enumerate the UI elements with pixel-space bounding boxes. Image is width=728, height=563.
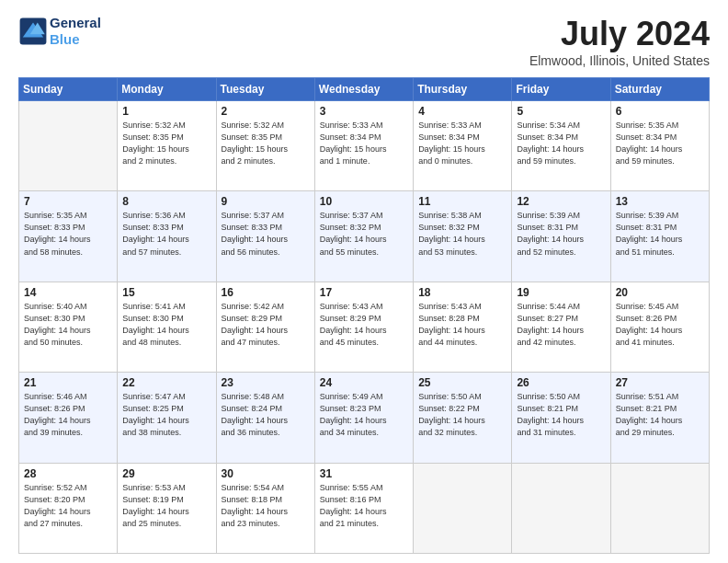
- day-number: 28: [24, 467, 112, 480]
- calendar-cell: 29Sunrise: 5:53 AM Sunset: 8:19 PM Dayli…: [118, 463, 216, 553]
- col-header-monday: Monday: [118, 78, 216, 101]
- day-number: 6: [616, 105, 704, 118]
- day-info: Sunrise: 5:53 AM Sunset: 8:19 PM Dayligh…: [122, 482, 210, 530]
- calendar-cell: 31Sunrise: 5:55 AM Sunset: 8:16 PM Dayli…: [314, 463, 413, 553]
- day-info: Sunrise: 5:54 AM Sunset: 8:18 PM Dayligh…: [222, 482, 310, 530]
- calendar-cell: 25Sunrise: 5:50 AM Sunset: 8:22 PM Dayli…: [414, 373, 512, 463]
- day-number: 27: [616, 376, 704, 389]
- day-info: Sunrise: 5:42 AM Sunset: 8:29 PM Dayligh…: [222, 301, 310, 349]
- day-number: 24: [320, 376, 408, 389]
- calendar-cell: 26Sunrise: 5:50 AM Sunset: 8:21 PM Dayli…: [512, 373, 610, 463]
- calendar-cell: 17Sunrise: 5:43 AM Sunset: 8:29 PM Dayli…: [314, 282, 413, 372]
- day-info: Sunrise: 5:33 AM Sunset: 8:34 PM Dayligh…: [418, 120, 506, 167]
- day-number: 31: [320, 467, 408, 480]
- day-info: Sunrise: 5:44 AM Sunset: 8:27 PM Dayligh…: [517, 301, 605, 349]
- day-number: 29: [122, 467, 210, 480]
- calendar-cell: 13Sunrise: 5:39 AM Sunset: 8:31 PM Dayli…: [610, 191, 709, 282]
- calendar-cell: 2Sunrise: 5:32 AM Sunset: 8:35 PM Daylig…: [216, 101, 314, 191]
- calendar-cell: 22Sunrise: 5:47 AM Sunset: 8:25 PM Dayli…: [118, 373, 216, 463]
- logo: General Blue: [18, 15, 101, 48]
- calendar-cell: 28Sunrise: 5:52 AM Sunset: 8:20 PM Dayli…: [19, 463, 118, 553]
- col-header-wednesday: Wednesday: [314, 78, 413, 101]
- day-info: Sunrise: 5:35 AM Sunset: 8:34 PM Dayligh…: [616, 120, 704, 167]
- logo-line1: General: [50, 15, 101, 31]
- page: General Blue July 2024 Elmwood, Illinois…: [0, 0, 728, 563]
- col-header-saturday: Saturday: [610, 78, 709, 101]
- day-info: Sunrise: 5:50 AM Sunset: 8:21 PM Dayligh…: [517, 391, 605, 439]
- day-number: 5: [517, 105, 605, 118]
- calendar-cell: 1Sunrise: 5:32 AM Sunset: 8:35 PM Daylig…: [118, 101, 216, 191]
- calendar-cell: 12Sunrise: 5:39 AM Sunset: 8:31 PM Dayli…: [512, 191, 610, 282]
- calendar-cell: 15Sunrise: 5:41 AM Sunset: 8:30 PM Dayli…: [118, 282, 216, 372]
- calendar-cell: 11Sunrise: 5:38 AM Sunset: 8:32 PM Dayli…: [414, 191, 512, 282]
- calendar-cell: 4Sunrise: 5:33 AM Sunset: 8:34 PM Daylig…: [414, 101, 512, 191]
- calendar-week-3: 14Sunrise: 5:40 AM Sunset: 8:30 PM Dayli…: [19, 282, 710, 372]
- day-number: 9: [222, 195, 310, 208]
- day-info: Sunrise: 5:48 AM Sunset: 8:24 PM Dayligh…: [222, 391, 310, 439]
- day-info: Sunrise: 5:49 AM Sunset: 8:23 PM Dayligh…: [320, 391, 408, 439]
- calendar-cell: 20Sunrise: 5:45 AM Sunset: 8:26 PM Dayli…: [610, 282, 709, 372]
- day-number: 11: [418, 195, 506, 208]
- calendar-cell: 16Sunrise: 5:42 AM Sunset: 8:29 PM Dayli…: [216, 282, 314, 372]
- calendar-cell: 19Sunrise: 5:44 AM Sunset: 8:27 PM Dayli…: [512, 282, 610, 372]
- calendar-cell: 3Sunrise: 5:33 AM Sunset: 8:34 PM Daylig…: [314, 101, 413, 191]
- day-number: 26: [517, 376, 605, 389]
- day-number: 23: [222, 376, 310, 389]
- calendar-week-1: 1Sunrise: 5:32 AM Sunset: 8:35 PM Daylig…: [19, 101, 710, 191]
- day-number: 4: [418, 105, 506, 118]
- day-number: 21: [24, 376, 112, 389]
- col-header-thursday: Thursday: [414, 78, 512, 101]
- header: General Blue July 2024 Elmwood, Illinois…: [18, 15, 710, 68]
- day-number: 16: [222, 286, 310, 299]
- day-number: 15: [122, 286, 210, 299]
- calendar-cell: 6Sunrise: 5:35 AM Sunset: 8:34 PM Daylig…: [610, 101, 709, 191]
- day-info: Sunrise: 5:39 AM Sunset: 8:31 PM Dayligh…: [616, 210, 704, 258]
- day-info: Sunrise: 5:35 AM Sunset: 8:33 PM Dayligh…: [24, 210, 112, 258]
- day-info: Sunrise: 5:32 AM Sunset: 8:35 PM Dayligh…: [122, 120, 210, 167]
- calendar-week-2: 7Sunrise: 5:35 AM Sunset: 8:33 PM Daylig…: [19, 191, 710, 282]
- col-header-friday: Friday: [512, 78, 610, 101]
- day-info: Sunrise: 5:33 AM Sunset: 8:34 PM Dayligh…: [320, 120, 408, 167]
- calendar-cell: 24Sunrise: 5:49 AM Sunset: 8:23 PM Dayli…: [314, 373, 413, 463]
- calendar-cell: [414, 463, 512, 553]
- day-info: Sunrise: 5:45 AM Sunset: 8:26 PM Dayligh…: [616, 301, 704, 349]
- col-header-tuesday: Tuesday: [216, 78, 314, 101]
- day-number: 25: [418, 376, 506, 389]
- calendar-cell: 21Sunrise: 5:46 AM Sunset: 8:26 PM Dayli…: [19, 373, 118, 463]
- col-header-sunday: Sunday: [19, 78, 118, 101]
- calendar-cell: 5Sunrise: 5:34 AM Sunset: 8:34 PM Daylig…: [512, 101, 610, 191]
- day-number: 20: [616, 286, 704, 299]
- calendar-table: SundayMondayTuesdayWednesdayThursdayFrid…: [18, 77, 710, 554]
- calendar-cell: 18Sunrise: 5:43 AM Sunset: 8:28 PM Dayli…: [414, 282, 512, 372]
- day-number: 30: [222, 467, 310, 480]
- day-info: Sunrise: 5:50 AM Sunset: 8:22 PM Dayligh…: [418, 391, 506, 439]
- logo-text: General Blue: [50, 15, 101, 48]
- logo-icon: [18, 17, 48, 46]
- month-title: July 2024: [529, 15, 710, 53]
- day-info: Sunrise: 5:32 AM Sunset: 8:35 PM Dayligh…: [222, 120, 310, 167]
- day-number: 12: [517, 195, 605, 208]
- calendar-cell: 23Sunrise: 5:48 AM Sunset: 8:24 PM Dayli…: [216, 373, 314, 463]
- day-info: Sunrise: 5:55 AM Sunset: 8:16 PM Dayligh…: [320, 482, 408, 530]
- calendar-cell: [19, 101, 118, 191]
- day-number: 7: [24, 195, 112, 208]
- location: Elmwood, Illinois, United States: [529, 53, 710, 68]
- day-number: 10: [320, 195, 408, 208]
- day-info: Sunrise: 5:39 AM Sunset: 8:31 PM Dayligh…: [517, 210, 605, 258]
- day-info: Sunrise: 5:43 AM Sunset: 8:29 PM Dayligh…: [320, 301, 408, 349]
- day-info: Sunrise: 5:51 AM Sunset: 8:21 PM Dayligh…: [616, 391, 704, 439]
- calendar-cell: 10Sunrise: 5:37 AM Sunset: 8:32 PM Dayli…: [314, 191, 413, 282]
- day-info: Sunrise: 5:40 AM Sunset: 8:30 PM Dayligh…: [24, 301, 112, 349]
- calendar-cell: 27Sunrise: 5:51 AM Sunset: 8:21 PM Dayli…: [610, 373, 709, 463]
- calendar-header-row: SundayMondayTuesdayWednesdayThursdayFrid…: [19, 78, 710, 101]
- day-info: Sunrise: 5:38 AM Sunset: 8:32 PM Dayligh…: [418, 210, 506, 258]
- calendar-cell: 30Sunrise: 5:54 AM Sunset: 8:18 PM Dayli…: [216, 463, 314, 553]
- calendar-cell: [512, 463, 610, 553]
- day-number: 2: [222, 105, 310, 118]
- calendar-cell: 14Sunrise: 5:40 AM Sunset: 8:30 PM Dayli…: [19, 282, 118, 372]
- day-number: 19: [517, 286, 605, 299]
- calendar-cell: 8Sunrise: 5:36 AM Sunset: 8:33 PM Daylig…: [118, 191, 216, 282]
- day-info: Sunrise: 5:41 AM Sunset: 8:30 PM Dayligh…: [122, 301, 210, 349]
- calendar-cell: [610, 463, 709, 553]
- day-info: Sunrise: 5:46 AM Sunset: 8:26 PM Dayligh…: [24, 391, 112, 439]
